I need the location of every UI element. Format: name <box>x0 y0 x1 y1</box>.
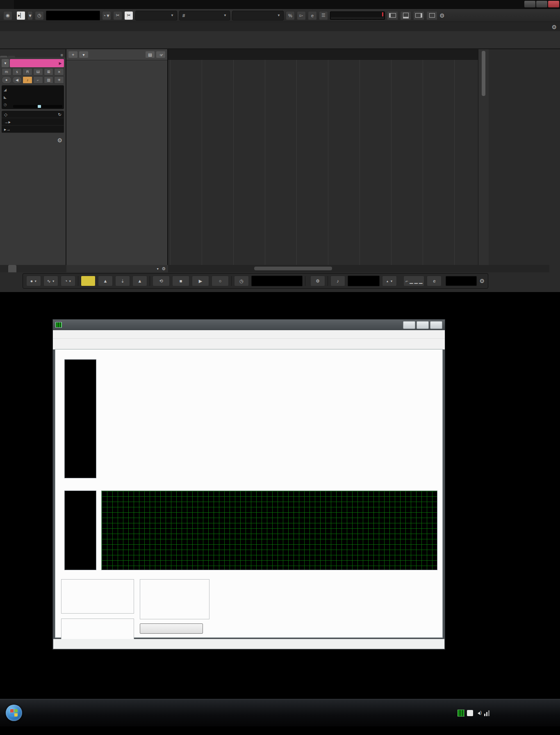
scrollbar-thumb[interactable] <box>482 51 485 96</box>
start-button[interactable] <box>6 705 22 721</box>
split-tool-button[interactable]: ✂ <box>113 11 122 20</box>
swing-button[interactable]: % <box>286 11 295 20</box>
freeze-button[interactable]: ✳ <box>54 76 64 84</box>
audio-record-mode-button[interactable]: ∿ ▼ <box>43 276 58 286</box>
record-enable-button[interactable]: ● <box>2 76 11 84</box>
settings-gear-icon[interactable]: ⚙ <box>57 137 62 144</box>
stop-button[interactable]: ■ <box>172 276 189 286</box>
auto-quantize-button[interactable] <box>81 276 96 286</box>
event-display[interactable] <box>168 60 478 265</box>
tray-network-icon[interactable] <box>484 710 490 716</box>
transport-settings-gear-icon[interactable]: ⚙ <box>479 278 485 284</box>
channel-button[interactable]: ⊞ <box>44 68 54 75</box>
quantize-panel-button[interactable]: e <box>308 11 317 20</box>
taskman-maximize-button[interactable] <box>417 321 429 329</box>
visibility-tab[interactable] <box>8 56 15 57</box>
activate-project-button[interactable]: ◉ <box>3 11 12 20</box>
vertical-scrollbar[interactable] <box>478 49 489 265</box>
layout-right-zone-button[interactable] <box>413 11 424 20</box>
preset-row[interactable]: ◇ ↻ <box>2 111 64 118</box>
tray-volume-icon[interactable] <box>476 710 482 716</box>
record-button[interactable]: ○ <box>212 276 229 286</box>
punch-in-button[interactable]: ⇣ <box>115 276 130 286</box>
lock-button[interactable]: ⌐ <box>33 76 43 84</box>
layout-bottom-zone-button[interactable] <box>400 11 411 20</box>
preset-diamond-icon: ◇ <box>4 112 7 117</box>
zoom-settings-gear-icon[interactable]: ⚙ <box>162 266 166 272</box>
taskman-close-button[interactable] <box>430 321 442 329</box>
toolbar-time-display[interactable] <box>46 11 100 21</box>
quantize-dropdown[interactable]: ▼ <box>232 11 284 21</box>
preset-reload-icon[interactable]: ↻ <box>58 112 61 117</box>
solo-button[interactable]: s <box>12 68 22 75</box>
meter-peak <box>382 12 383 16</box>
track-tab[interactable] <box>0 265 8 272</box>
autoscroll-dropdown[interactable]: ▼ <box>27 11 33 20</box>
grid-type-dropdown[interactable]: #▼ <box>179 11 230 21</box>
track-search-button[interactable]: ○̷ <box>156 51 165 58</box>
editor-tab[interactable] <box>8 265 16 272</box>
tempo-spin-buttons[interactable]: ▲▼ <box>382 276 397 286</box>
record-mode-button[interactable]: ● ▼ <box>26 276 41 286</box>
zoom-preset-selector[interactable]: ▼ ⚙ <box>66 265 168 272</box>
marker-settings-gear-icon[interactable]: ⚙ <box>310 276 325 286</box>
input-routing-row[interactable]: →▸ <box>2 118 64 126</box>
delay-icon: ◷ <box>4 103 7 107</box>
track-preset-button[interactable]: ▾ <box>79 51 88 58</box>
precount-button[interactable]: ▲ <box>132 276 147 286</box>
tempo-display[interactable] <box>348 276 380 286</box>
language-indicator[interactable] <box>448 711 453 714</box>
layout-left-zone-button[interactable] <box>387 11 398 20</box>
click-edit-button[interactable]: e <box>427 276 442 286</box>
add-track-button[interactable]: ＋ <box>68 51 77 58</box>
click-pattern-button[interactable]: ⌐ ▁ ▁ ▁ <box>403 276 424 286</box>
lines-button[interactable]: ☰ <box>319 11 328 20</box>
lanes-button[interactable]: ▥ <box>44 76 54 84</box>
layout-setup-button[interactable] <box>426 11 437 20</box>
toolbar-settings-gear-icon[interactable]: ⚙ <box>439 12 445 19</box>
musical-mode-icon[interactable]: ♪ <box>23 76 32 84</box>
taskman-minimize-button[interactable] <box>403 321 415 329</box>
inspector-tab[interactable] <box>0 56 7 57</box>
transport-time-display[interactable] <box>251 276 303 286</box>
timeline-ruler[interactable] <box>168 49 478 60</box>
close-button[interactable] <box>548 1 559 7</box>
play-button[interactable]: ▶ <box>192 276 209 286</box>
tray-cpu-meter-icon[interactable] <box>458 710 464 717</box>
minimize-button[interactable] <box>524 1 535 7</box>
infoline-settings-gear-icon[interactable]: ⚙ <box>551 24 557 30</box>
glue-tool-button[interactable]: ✂ <box>124 11 133 20</box>
arrange-area <box>168 49 478 265</box>
cycle-button[interactable]: ⟲ <box>153 276 170 286</box>
track-preset-box: ◇ ↻ →▸ ▸→ <box>2 111 64 133</box>
mute-button[interactable]: m <box>2 68 11 75</box>
resource-monitor-button[interactable] <box>140 623 203 634</box>
inspector-settings[interactable]: ⚙ <box>3 137 62 144</box>
pan-slider[interactable] <box>13 105 62 108</box>
track-filter-button[interactable]: ▤ <box>146 51 155 58</box>
output-routing-row[interactable]: ▸→ <box>2 126 64 133</box>
snap-mode-dropdown[interactable]: ▼ <box>135 11 177 21</box>
track-collapse-icon[interactable]: ▼ <box>2 59 9 67</box>
memory-gauge <box>64 491 96 570</box>
inspector-menu-icon[interactable]: ≡ <box>58 52 66 57</box>
write-button[interactable]: Ш <box>33 68 43 75</box>
taskman-tabs <box>53 339 445 349</box>
autoscroll-button[interactable]: ▸▏ <box>16 11 25 20</box>
window-controls <box>524 1 559 7</box>
edit-channel-button[interactable]: ⨯ <box>54 68 64 75</box>
tray-ilok-icon[interactable] <box>467 710 473 716</box>
midi-record-mode-button[interactable]: ◔ ▼ <box>61 276 75 286</box>
read-button[interactable]: R <box>23 68 32 75</box>
system-group <box>140 579 209 619</box>
monitor-button[interactable]: ◀ <box>12 76 22 84</box>
flag-button[interactable]: ▻ <box>297 11 306 20</box>
maximize-button[interactable] <box>536 1 547 7</box>
metronome-button[interactable]: ▲ <box>98 276 113 286</box>
pan-icon: ◣ <box>4 95 7 99</box>
inspector-track-name[interactable]: ▶ <box>10 59 64 67</box>
horizontal-scrollbar[interactable] <box>168 265 549 272</box>
hscroll-thumb[interactable] <box>254 267 332 270</box>
jog-button[interactable]: ◔ ▼ <box>102 11 111 20</box>
taskman-titlebar[interactable] <box>53 320 445 330</box>
